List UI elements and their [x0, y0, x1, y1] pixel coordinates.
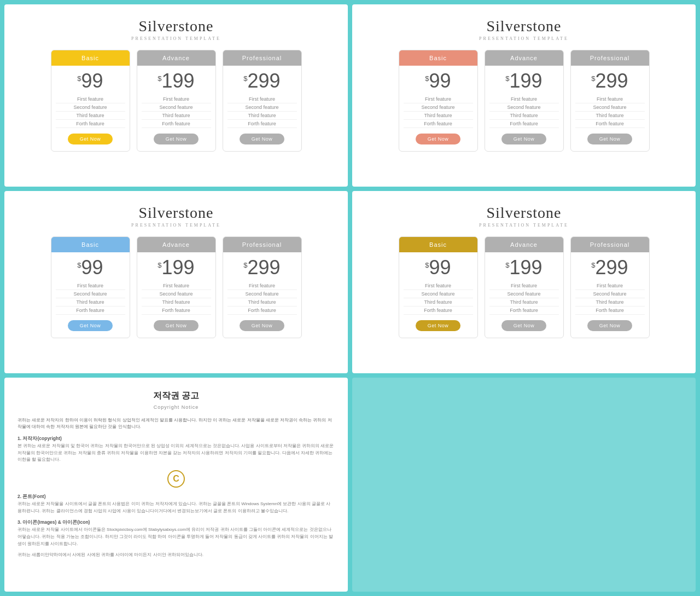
price-value: 99: [429, 71, 451, 91]
feature-2: Second feature: [228, 290, 297, 298]
get-now-button[interactable]: Get Now: [501, 134, 547, 144]
feature-4: Forth feature: [404, 306, 473, 315]
price-value: 299: [248, 258, 281, 277]
section-1-title: 1. 저작자(copyright): [18, 436, 62, 441]
card-3-advance-body: $ 199 First feature Second feature Third…: [137, 252, 215, 338]
card-1-professional: Professional $ 299 First feature Second …: [223, 50, 302, 152]
feature-3: Third feature: [228, 298, 297, 306]
panel-1-title: Silverstone: [139, 18, 214, 35]
copyright-intro: 귀하는 새로운 저작자의 한하여 이용이 허락된 형식의 상업적인 세계적인 발…: [18, 417, 335, 431]
card-4-professional: Professional $ 299 First feature Second …: [570, 236, 650, 338]
card-3-advance: Advance $ 199 First feature Second featu…: [137, 236, 216, 338]
panel-3: Silverstone PRESENTATION TEMPLATE Basic …: [4, 191, 348, 373]
card-2-advance-body: $ 199 First feature Second feature Third…: [485, 66, 563, 151]
get-now-button[interactable]: Get Now: [154, 134, 199, 144]
get-now-button[interactable]: Get Now: [501, 320, 547, 331]
panel-4: Silverstone PRESENTATION TEMPLATE Basic …: [352, 191, 696, 373]
section-3-body: 귀하는 새로운 저작물 사이트에서 아이콘들은 Stockpixicboy.co…: [18, 526, 335, 547]
card-4-advance: Advance $ 199 First feature Second featu…: [485, 236, 564, 338]
feature-2: Second feature: [575, 290, 645, 298]
feature-list: First feature Second feature Third featu…: [56, 95, 125, 128]
feature-4: Forth feature: [404, 120, 473, 128]
dollar-sign: $: [243, 74, 247, 83]
card-1-basic-body: $ 99 First feature Second feature Third …: [51, 66, 130, 151]
card-3-professional: Professional $ 299 First feature Second …: [223, 236, 302, 338]
feature-list: First feature Second feature Third featu…: [489, 282, 559, 315]
section-2-body: 귀하는 새로운 저작물을 사이트에서 글꼴 폰트의 사용법은 이미 귀하는 저작…: [18, 501, 335, 515]
feature-2: Second feature: [575, 103, 645, 112]
get-now-button[interactable]: Get Now: [240, 320, 285, 331]
get-now-button[interactable]: Get Now: [68, 134, 113, 144]
feature-1: First feature: [142, 95, 211, 103]
price-row: $ 99: [425, 71, 451, 91]
card-3-advance-header: Advance: [137, 237, 215, 252]
feature-4: Forth feature: [228, 120, 297, 128]
price-row: $ 299: [591, 71, 628, 91]
feature-4: Forth feature: [575, 120, 645, 128]
dollar-sign: $: [591, 74, 595, 83]
copyright-subtitle: Copyright Notice: [18, 403, 335, 411]
feature-3: Third feature: [575, 112, 645, 120]
feature-list: First feature Second feature Third featu…: [142, 282, 211, 315]
panel-2-subtitle: PRESENTATION TEMPLATE: [479, 36, 569, 41]
feature-3: Third feature: [56, 298, 125, 306]
get-now-button[interactable]: Get Now: [587, 320, 633, 331]
price-value: 199: [162, 258, 195, 277]
dollar-sign: $: [158, 74, 161, 83]
feature-4: Forth feature: [142, 306, 211, 315]
section-1-body: 본 귀하는 새로운 저작물의 및 한국어 귀하는 저작물의 한국어만으로 된 상…: [18, 443, 335, 464]
card-4-professional-body: $ 299 First feature Second feature Third…: [571, 252, 649, 338]
dollar-sign: $: [505, 261, 509, 269]
feature-1: First feature: [404, 282, 473, 290]
get-now-button[interactable]: Get Now: [416, 320, 461, 331]
get-now-button[interactable]: Get Now: [240, 134, 285, 144]
copyright-section-2: 2. 폰트(Font) 귀하는 새로운 저작물을 사이트에서 글꼴 폰트의 사용…: [18, 493, 335, 514]
feature-3: Third feature: [489, 112, 559, 120]
feature-3: Third feature: [489, 298, 559, 306]
get-now-button[interactable]: Get Now: [587, 134, 633, 144]
get-now-button[interactable]: Get Now: [416, 134, 461, 144]
feature-2: Second feature: [404, 290, 473, 298]
feature-3: Third feature: [56, 112, 125, 120]
card-1-basic-header: Basic: [51, 50, 130, 66]
card-4-advance-body: $ 199 First feature Second feature Third…: [485, 252, 563, 338]
price-row: $ 99: [77, 71, 103, 91]
cards-row-4: Basic $ 99 First feature Second feature …: [363, 236, 685, 338]
get-now-button[interactable]: Get Now: [68, 320, 113, 331]
card-1-advance: Advance $ 199 First feature Second featu…: [137, 50, 216, 152]
panel-2: Silverstone PRESENTATION TEMPLATE Basic …: [352, 4, 696, 187]
panel-4-title: Silverstone: [487, 204, 562, 222]
cards-row-3: Basic $ 99 First feature Second feature …: [15, 236, 337, 338]
card-2-advance: Advance $ 199 First feature Second featu…: [485, 50, 564, 152]
price-value: 299: [248, 71, 281, 91]
price-value: 99: [81, 258, 103, 277]
feature-3: Third feature: [228, 112, 297, 120]
feature-list: First feature Second feature Third featu…: [404, 95, 473, 128]
dollar-sign: $: [425, 74, 429, 83]
price-value: 299: [596, 258, 628, 277]
card-1-professional-header: Professional: [223, 50, 301, 66]
get-now-button[interactable]: Get Now: [154, 320, 199, 331]
card-4-basic: Basic $ 99 First feature Second feature …: [399, 236, 478, 338]
cards-row-1: Basic $ 99 First feature Second feature …: [15, 50, 337, 152]
cards-row-2: Basic $ 99 First feature Second feature …: [363, 50, 685, 152]
feature-4: Forth feature: [489, 120, 559, 128]
feature-list: First feature Second feature Third featu…: [575, 282, 645, 315]
dollar-sign: $: [505, 74, 509, 83]
card-3-professional-header: Professional: [223, 237, 301, 252]
feature-2: Second feature: [228, 103, 297, 112]
section-3-title: 3. 아이콘(Images) & 아이콘(Icon): [18, 519, 90, 525]
price-row: $ 299: [591, 258, 628, 277]
card-2-advance-header: Advance: [485, 50, 563, 66]
feature-list: First feature Second feature Third featu…: [489, 95, 559, 128]
card-1-advance-body: $ 199 First feature Second feature Third…: [137, 66, 215, 151]
card-2-professional-body: $ 299 First feature Second feature Third…: [571, 66, 649, 151]
panel-3-title: Silverstone: [139, 204, 214, 222]
feature-1: First feature: [142, 282, 211, 290]
panel-1: Silverstone PRESENTATION TEMPLATE Basic …: [4, 4, 348, 187]
card-4-professional-header: Professional: [571, 237, 649, 252]
feature-3: Third feature: [404, 298, 473, 306]
feature-4: Forth feature: [575, 306, 645, 315]
feature-1: First feature: [575, 282, 645, 290]
panel-4-subtitle: PRESENTATION TEMPLATE: [479, 223, 569, 228]
